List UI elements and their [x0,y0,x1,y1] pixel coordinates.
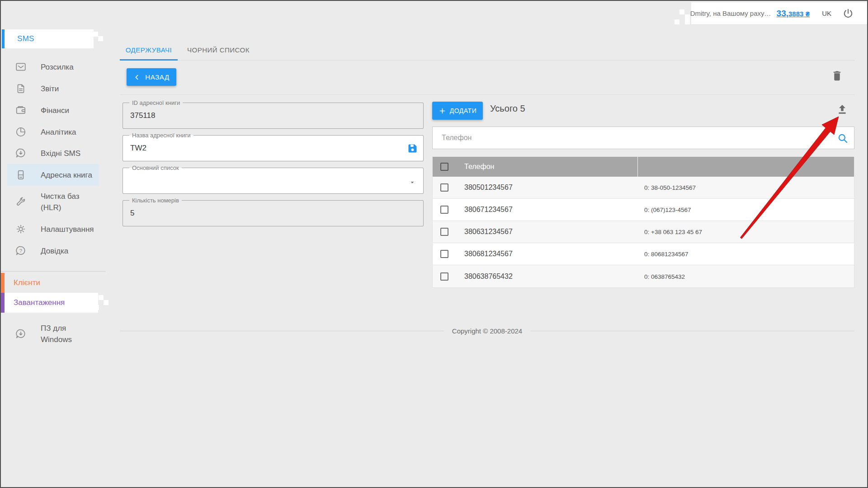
logout-power-icon[interactable] [842,8,854,19]
field-numbers-count: Кількість номерів 5 [123,200,424,226]
search-input[interactable] [433,127,854,149]
back-button[interactable]: НАЗАД [127,68,176,86]
help-bubble-icon: ? [15,245,27,257]
pie-chart-icon [15,126,27,138]
field-book-name[interactable]: Назва адресної книги TW2 [123,135,424,161]
column-divider [637,157,638,177]
sidebar-item-adresna-knyha[interactable]: Адресна книга [1,164,106,186]
clients-accent-bar [1,273,5,293]
column-header-phone: Телефон [464,163,494,171]
upload-button[interactable] [835,103,849,117]
chevron-down-icon[interactable] [407,179,418,186]
balance-link[interactable]: 33,3883 ₴ [777,9,810,19]
row-checkbox[interactable] [440,272,448,281]
row-checkbox[interactable] [440,228,448,236]
row-checkbox[interactable] [440,183,448,192]
field-main-list[interactable]: Основний список [123,168,424,194]
tab-chornyi-spysok[interactable]: ЧОРНИЙ СПИСОК [184,42,252,61]
sidebar-item-analityka[interactable]: Аналітика [1,121,106,143]
download-bubble-icon [15,328,27,340]
address-book-icon [15,169,27,181]
brand-label: SMS [17,34,34,43]
search-button[interactable] [837,132,849,144]
sidebar-section-zavantazhennia[interactable]: Завантаження [1,293,106,313]
sidebar-divider [1,271,106,272]
user-header: Dmitry, на Вашому раху… 33,3883 ₴ UK [691,2,868,25]
table-row[interactable]: 380681234567 0: 80681234567 [433,243,854,265]
app-root: SMS Розсилка Звіти Фінанси [0,0,868,488]
report-icon [15,83,27,94]
copyright-text: Copyright © 2008-2024 [444,327,530,335]
save-floppy-icon [406,149,419,156]
sidebar-section-kliienty[interactable]: Клієнти [1,273,106,293]
field-book-id: ID адресної книги 375118 [123,103,424,129]
username: Dmitry, на Вашому раху… [690,9,771,17]
search-icon [837,139,849,145]
add-button[interactable]: ДОДАТИ [432,102,483,120]
upload-icon [836,110,849,117]
sidebar-item-finansy[interactable]: Фінанси [1,99,106,121]
sidebar-item-zvity[interactable]: Звіти [1,78,106,99]
wrench-icon [15,196,27,208]
table-header: Телефон [433,157,854,177]
delete-button[interactable] [830,70,844,83]
table-row[interactable]: 380638765432 0: 0638765432 [433,265,854,287]
svg-text:?: ? [19,248,22,253]
downloads-accent-bar [1,293,5,313]
tab-bar: ОДЕРЖУВАЧІ ЧОРНИЙ СПИСОК [120,42,854,61]
gear-icon [15,223,27,235]
table-row[interactable]: 380501234567 0: 38-050-1234567 [433,177,854,199]
select-all-checkbox[interactable] [440,163,448,171]
total-count-label: Усього 5 [490,103,525,114]
wallet-icon [15,104,27,116]
row-checkbox[interactable] [440,250,448,258]
sidebar: SMS Розсилка Звіти Фінанси [1,1,106,487]
table-row[interactable]: 380631234567 0: +38 063 123 45 67 [433,221,854,243]
mail-icon [15,61,27,73]
footer: Copyright © 2008-2024 [120,327,854,335]
recipients-table: Телефон 380501234567 0: 38-050-1234567 3… [432,157,854,288]
sidebar-item-dovidka[interactable]: ? Довідка [1,240,106,262]
trash-icon [831,76,843,83]
save-button[interactable] [406,142,419,156]
sidebar-item-chystka-baz[interactable]: Чистка баз (HLR) [1,186,106,218]
tab-oderzhuvachi[interactable]: ОДЕРЖУВАЧІ [120,42,178,61]
sidebar-brand[interactable]: SMS [1,29,94,48]
search-box [432,127,854,149]
sidebar-item-rozsylka[interactable]: Розсилка [1,56,106,78]
plus-icon [439,107,446,115]
toolbar: НАЗАД [120,61,854,95]
inbox-bubble-icon [15,147,27,159]
row-checkbox[interactable] [440,206,448,214]
sidebar-item-pz-windows[interactable]: ПЗ для Windows [1,319,106,348]
table-row[interactable]: 380671234567 0: (067)123-4567 [433,199,854,221]
sidebar-item-vkhidni-sms[interactable]: Вхідні SMS [1,142,106,164]
language-selector[interactable]: UK [822,9,831,17]
chevron-left-icon [133,74,141,81]
sidebar-item-nalashtuvannia[interactable]: Налаштування [1,218,106,240]
